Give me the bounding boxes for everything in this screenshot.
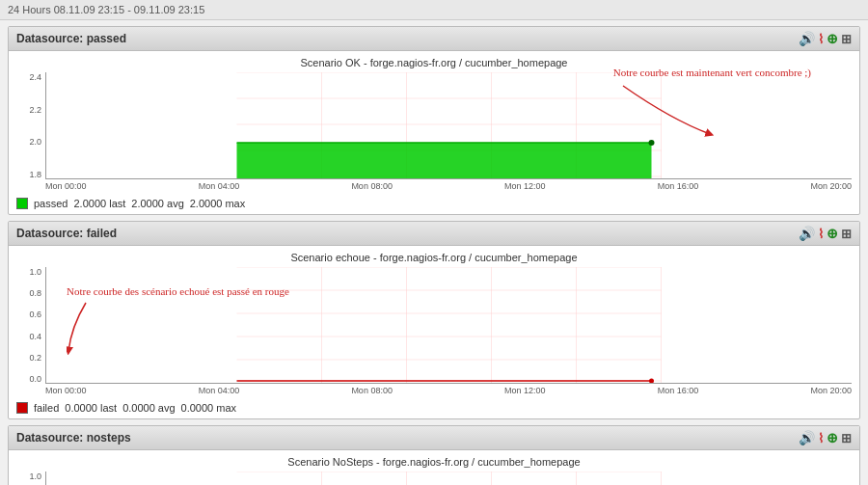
chart-svg-nosteps: [46, 472, 852, 485]
legend-failed: failed 0.0000 last 0.0000 avg 0.0000 max: [9, 399, 859, 418]
heartbeat-icon-2[interactable]: ⌇: [818, 227, 824, 241]
chart-title-failed: Scenario echoue - forge.nagios-fr.org / …: [16, 252, 852, 263]
y-axis-passed: 2.4 2.2 2.0 1.8: [16, 72, 45, 179]
chart-inner-passed: [45, 72, 852, 179]
panel-icons-nosteps: 🔊 ⌇ ⊕ ⊞: [799, 430, 852, 445]
legend-color-passed: [16, 198, 28, 209]
panel-header-passed: Datasource: passed 🔊 ⌇ ⊕ ⊞: [9, 27, 859, 51]
zoom-icon[interactable]: ⊞: [841, 32, 852, 46]
legend-color-failed: [16, 402, 28, 414]
chart-title-nosteps: Scenario NoSteps - forge.nagios-fr.org /…: [16, 456, 852, 468]
panel-nosteps: Datasource: nosteps 🔊 ⌇ ⊕ ⊞ Scenario NoS…: [8, 425, 860, 485]
page-header: 24 Hours 08.11.09 23:15 - 09.11.09 23:15: [0, 0, 868, 20]
y-axis-failed: 1.0 0.8 0.6 0.4 0.2 0.0: [16, 267, 45, 384]
panel-title-nosteps: Datasource: nosteps: [16, 431, 131, 445]
panel-icons-failed: 🔊 ⌇ ⊕ ⊞: [799, 226, 852, 241]
zoom-icon-3[interactable]: ⊞: [841, 431, 852, 445]
svg-marker-10: [237, 143, 652, 178]
chart-area-nosteps: Scenario NoSteps - forge.nagios-fr.org /…: [9, 450, 859, 485]
plus-icon-3[interactable]: ⊕: [827, 430, 838, 445]
plus-icon[interactable]: ⊕: [827, 31, 838, 46]
chart-container-passed: 2.4 2.2 2.0 1.8: [16, 72, 852, 179]
chart-area-failed: Scenario echoue - forge.nagios-fr.org / …: [9, 246, 859, 399]
chart-svg-passed: [46, 72, 852, 178]
heartbeat-icon-3[interactable]: ⌇: [818, 431, 824, 445]
panel-header-nosteps: Datasource: nosteps 🔊 ⌇ ⊕ ⊞: [9, 426, 859, 450]
panel-passed: Datasource: passed 🔊 ⌇ ⊕ ⊞ Scenario OK -…: [8, 26, 860, 215]
zoom-icon-2[interactable]: ⊞: [841, 227, 852, 241]
chart-container-nosteps: 1.0 0.8 0.6: [16, 472, 852, 485]
heartbeat-icon[interactable]: ⌇: [818, 32, 824, 46]
chart-svg-failed: [46, 267, 852, 383]
speaker-icon[interactable]: 🔊: [799, 31, 815, 46]
chart-title-passed: Scenario OK - forge.nagios-fr.org / cucu…: [16, 57, 852, 68]
x-axis-passed: Mon 00:00 Mon 04:00 Mon 08:00 Mon 12:00 …: [16, 181, 852, 191]
plus-icon-2[interactable]: ⊕: [827, 226, 838, 241]
panel-title-failed: Datasource: failed: [16, 227, 117, 240]
panel-title-passed: Datasource: passed: [16, 32, 126, 45]
chart-inner-failed: [45, 267, 852, 384]
y-axis-nosteps: 1.0 0.8 0.6: [16, 472, 45, 485]
panel-header-failed: Datasource: failed 🔊 ⌇ ⊕ ⊞: [9, 222, 859, 246]
chart-area-passed: Scenario OK - forge.nagios-fr.org / cucu…: [9, 51, 859, 195]
speaker-icon-3[interactable]: 🔊: [799, 430, 815, 445]
svg-point-23: [649, 379, 654, 384]
legend-passed: passed 2.0000 last 2.0000 avg 2.0000 max: [9, 195, 859, 214]
x-axis-failed: Mon 00:00 Mon 04:00 Mon 08:00 Mon 12:00 …: [16, 386, 852, 395]
panel-failed: Datasource: failed 🔊 ⌇ ⊕ ⊞ Scenario echo…: [8, 221, 860, 419]
chart-inner-nosteps: [45, 472, 852, 485]
speaker-icon-2[interactable]: 🔊: [799, 226, 815, 241]
panel-icons-passed: 🔊 ⌇ ⊕ ⊞: [799, 31, 852, 46]
svg-point-11: [649, 140, 655, 146]
chart-container-failed: 1.0 0.8 0.6 0.4 0.2 0.0: [16, 267, 852, 384]
